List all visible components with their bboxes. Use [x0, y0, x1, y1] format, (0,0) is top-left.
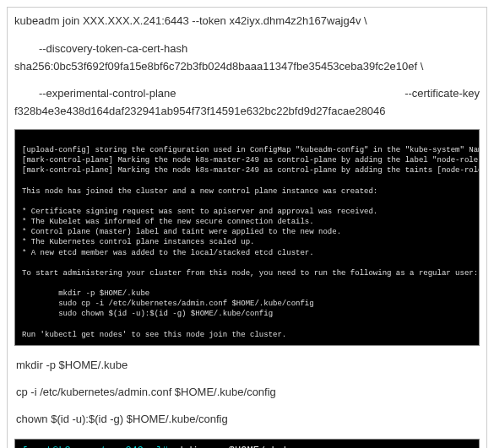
term-line: This node has joined the cluster and a n… — [22, 187, 377, 196]
top-command-block: kubeadm join XXX.XXX.X.241:6443 --token … — [14, 13, 480, 121]
flag-certificate-key: --certificate-key — [404, 85, 480, 103]
term-line: [upload-config] storing the configuratio… — [22, 146, 480, 154]
term-line: [mark-control-plane] Marking the node k8… — [22, 156, 480, 165]
cmd-line: cp -i /etc/kubernetes/admin.conf $HOME/.… — [16, 381, 478, 403]
cmd-line: mkdir -p $HOME/.kube — [16, 354, 478, 376]
term-line: sudo chown $(id -u):$(id -g) $HOME/.kube… — [22, 310, 273, 318]
term-line: * Control plane (master) label and taint… — [22, 228, 341, 236]
cmd-line: f328b4e3e438d164daf232941ab954f73f14591e… — [14, 103, 480, 121]
term-line: * The Kubernetes control plane instances… — [22, 238, 254, 246]
term-line: sudo cp -i /etc/kubernetes/admin.conf $H… — [22, 300, 314, 308]
term-line: Run 'kubectl get nodes' to see this node… — [22, 331, 286, 339]
terminal-output-1: [upload-config] storing the configuratio… — [14, 129, 480, 346]
terminal-output-2: [root@k8s-master-249 ~]# mkdir -p $HOME/… — [14, 439, 480, 448]
cmd-line: --discovery-token-ca-cert-hash sha256:0b… — [14, 40, 480, 76]
document-container: kubeadm join XXX.XXX.X.241:6443 --token … — [7, 7, 487, 448]
term-line: [mark-control-plane] Marking the node k8… — [22, 166, 480, 175]
term-line: * Certificate signing request was sent t… — [22, 208, 377, 216]
term-line: * A new etcd member was added to the loc… — [22, 249, 314, 257]
flag-experimental: --experimental-control-plane — [14, 85, 176, 103]
cmd-line-flags: --experimental-control-plane --certifica… — [14, 85, 480, 103]
post-command-block: mkdir -p $HOME/.kube cp -i /etc/kubernet… — [16, 354, 478, 430]
term-line: mkdir -p $HOME/.kube — [22, 289, 149, 298]
term-line: * The Kubelet was informed of the new se… — [22, 218, 314, 226]
term-line: To start administering your cluster from… — [22, 269, 478, 278]
cmd-line: chown $(id -u):$(id -g) $HOME/.kube/conf… — [16, 408, 478, 430]
cmd-line: kubeadm join XXX.XXX.X.241:6443 --token … — [14, 13, 480, 30]
